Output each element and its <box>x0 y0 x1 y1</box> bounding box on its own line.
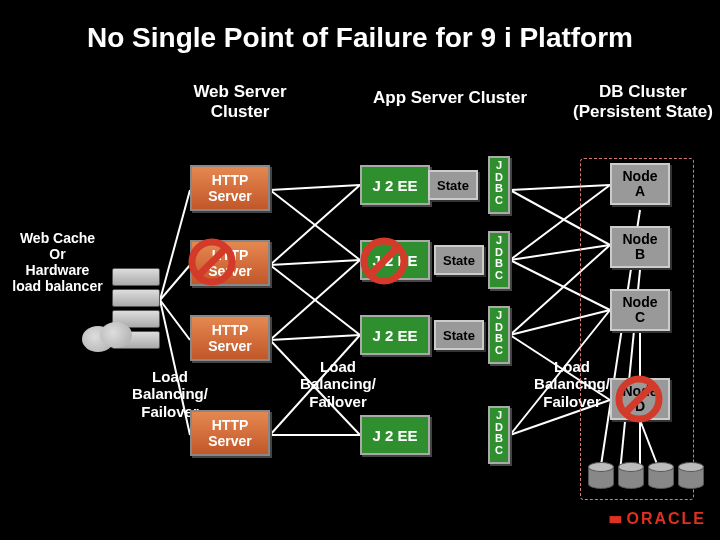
node-a: NodeA <box>610 163 670 205</box>
jdbc-box-1: JDBC <box>488 156 510 214</box>
slide: No Single Point of Failure for 9 i Platf… <box>0 0 720 540</box>
state-box-1: State <box>428 170 478 200</box>
http-server-1: HTTPServer <box>190 165 270 211</box>
svg-line-6 <box>270 185 360 265</box>
svg-line-2 <box>160 300 190 340</box>
disk-icon <box>618 462 644 490</box>
svg-line-0 <box>160 190 190 300</box>
jdbc-box-2: JDBC <box>488 231 510 289</box>
disk-icon <box>678 462 704 490</box>
state-box-3: State <box>434 320 484 350</box>
node-d: NodeD <box>610 378 670 420</box>
j2ee-box-1: J 2 EE <box>360 165 430 205</box>
oracle-wordmark: ORACLE <box>626 510 706 528</box>
http-server-3: HTTPServer <box>190 315 270 361</box>
node-b: NodeB <box>610 226 670 268</box>
cloud-icon <box>78 320 136 354</box>
svg-line-10 <box>270 335 360 340</box>
oracle-logo: ■ ORACLE <box>596 508 706 530</box>
lb-label-mid: LoadBalancing/Failover <box>288 358 388 410</box>
j2ee-box-4: J 2 EE <box>360 415 430 455</box>
node-c: NodeC <box>610 289 670 331</box>
svg-line-5 <box>270 190 360 260</box>
col-header-db: DB Cluster(Persistent State) <box>568 82 718 121</box>
svg-line-8 <box>270 265 360 335</box>
jdbc-box-4: JDBC <box>488 406 510 464</box>
side-label-webcache: Web CacheOrHardwareload balancer <box>10 230 105 294</box>
j2ee-box-2: J 2 EE <box>360 240 430 280</box>
disk-icon <box>648 462 674 490</box>
col-header-app: App Server Cluster <box>350 88 550 108</box>
col-header-web: Web ServerCluster <box>170 82 310 121</box>
state-box-2: State <box>434 245 484 275</box>
jdbc-box-3: JDBC <box>488 306 510 364</box>
oracle-mark-icon: ■ <box>608 514 623 525</box>
svg-line-9 <box>270 260 360 340</box>
http-server-2: HTTPServer <box>190 240 270 286</box>
disk-icon <box>588 462 614 490</box>
svg-line-4 <box>270 185 360 190</box>
http-server-4: HTTPServer <box>190 410 270 456</box>
svg-line-7 <box>270 260 360 265</box>
svg-line-1 <box>160 265 190 300</box>
slide-title: No Single Point of Failure for 9 i Platf… <box>0 22 720 54</box>
j2ee-box-3: J 2 EE <box>360 315 430 355</box>
